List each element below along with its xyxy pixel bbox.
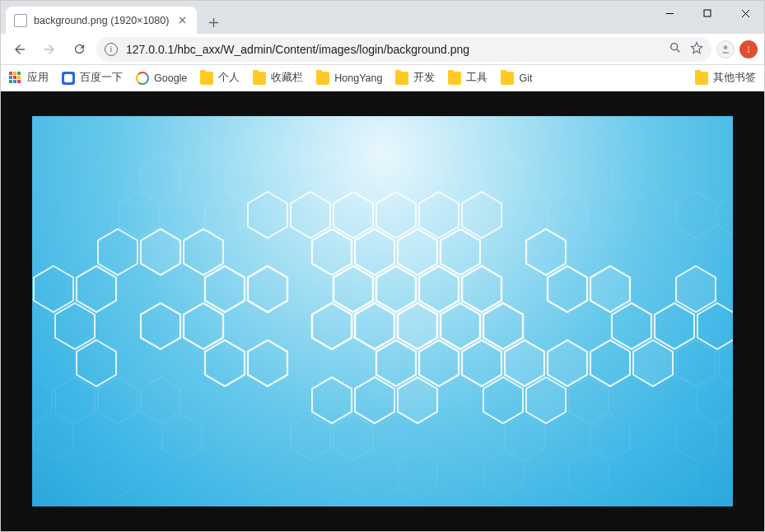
apps-shortcut[interactable]: 应用 [9,71,49,85]
bookmark-label: 收藏栏 [271,71,303,85]
bookmark-label: Git [519,72,532,84]
bookmark-label: HongYang [334,72,382,84]
bookmark-item[interactable]: 百度一下 [62,71,123,85]
svg-point-1 [671,44,678,50]
hexagon-pattern [32,116,733,506]
profile-avatar-icon[interactable] [716,40,735,58]
svg-marker-106 [569,451,609,497]
tab-strip: background.png (1920×1080) [1,1,651,34]
svg-marker-108 [248,488,287,506]
svg-marker-97 [162,414,202,460]
other-bookmarks[interactable]: 其他书签 [695,71,756,85]
browser-tab[interactable]: background.png (1920×1080) [6,7,197,34]
bookmark-item[interactable]: Google [136,72,187,85]
other-bookmarks-label: 其他书签 [713,71,756,85]
svg-marker-78 [633,340,673,386]
file-icon [14,14,27,27]
svg-marker-96 [34,414,73,460]
svg-marker-7 [77,118,116,164]
folder-icon [448,72,461,85]
bookmark-item[interactable]: 开发 [395,71,435,85]
bookmark-item[interactable]: 个人 [200,71,240,85]
bookmark-label: 开发 [413,71,435,85]
svg-marker-98 [291,414,330,460]
google-icon [136,72,149,85]
svg-marker-111 [376,488,416,506]
bookmark-label: 百度一下 [80,71,123,85]
omnibox-actions [669,41,703,57]
svg-marker-52 [548,266,587,312]
svg-point-2 [724,45,728,49]
bookmark-item[interactable]: Git [501,72,532,85]
url-text: 127.0.0.1/hbc_axx/W_admin/Content/images… [126,43,660,56]
search-icon[interactable] [669,41,682,57]
svg-marker-110 [334,488,373,506]
minimize-button[interactable] [651,1,688,26]
bookmark-label: 工具 [466,71,487,85]
svg-point-3 [748,46,749,48]
svg-marker-99 [334,414,373,460]
browser-menu-button[interactable] [739,40,758,58]
svg-marker-84 [98,377,138,423]
svg-marker-20 [612,155,651,201]
folder-icon [695,72,708,85]
back-button[interactable] [7,37,32,62]
folder-icon [200,72,213,85]
tab-title: background.png (1920×1080) [34,15,169,26]
svg-marker-25 [248,192,287,238]
new-tab-button[interactable] [202,11,225,34]
svg-marker-12 [548,118,587,164]
displayed-image [32,116,733,506]
svg-marker-105 [483,451,523,497]
svg-point-5 [748,51,749,53]
bookmark-label: Google [154,72,187,84]
svg-marker-70 [205,340,245,386]
folder-icon [253,72,266,85]
svg-marker-32 [676,192,716,238]
svg-marker-57 [141,303,180,349]
window-controls [651,1,764,26]
folder-icon [316,72,329,85]
maximize-button[interactable] [688,1,726,26]
svg-marker-6 [34,118,73,164]
bookmark-item[interactable]: HongYang [316,72,382,85]
svg-marker-107 [697,451,733,497]
site-info-icon[interactable]: i [105,43,118,56]
bookmark-item[interactable]: 工具 [448,71,487,85]
bookmark-label: 个人 [218,71,240,85]
svg-marker-103 [98,451,138,497]
apps-label: 应用 [27,71,49,85]
baidu-icon [62,72,75,85]
page-viewport[interactable] [1,91,764,531]
window-titlebar: background.png (1920×1080) [1,1,764,34]
svg-marker-47 [248,266,287,312]
reload-button[interactable] [67,37,91,62]
forward-button[interactable] [37,37,62,62]
folder-icon [395,72,408,85]
svg-marker-88 [398,377,437,423]
close-window-button[interactable] [726,1,764,26]
svg-marker-36 [141,229,180,275]
svg-marker-71 [248,340,287,386]
svg-marker-59 [312,303,352,349]
address-bar[interactable]: i 127.0.0.1/hbc_axx/W_admin/Content/imag… [96,37,711,62]
svg-marker-33 [719,192,733,238]
close-tab-icon[interactable] [175,14,189,27]
star-bookmark-icon[interactable] [690,41,703,57]
svg-marker-109 [291,488,330,506]
bookmarks-bar: 应用 百度一下 Google 个人 收藏栏 HongYang 开发 工具 Git… [1,65,764,91]
svg-point-4 [748,49,749,50]
folder-icon [501,72,514,85]
browser-toolbar: i 127.0.0.1/hbc_axx/W_admin/Content/imag… [1,34,764,65]
bookmark-item[interactable]: 收藏栏 [253,71,303,85]
apps-icon [9,72,22,85]
svg-rect-0 [704,10,711,16]
